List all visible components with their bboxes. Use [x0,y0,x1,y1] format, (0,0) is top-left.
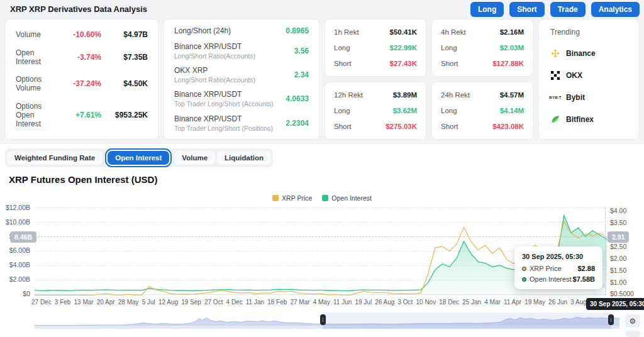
x-axis-tick: 19 May [525,299,545,306]
bitfinex-icon [550,114,560,124]
x-axis-tick: 19 Sep [181,299,201,306]
rekt-card-1h: 1h Rekt $50.41K Long $22.99K Short $27.4… [325,19,426,77]
rekt-period-label: 1h Rekt [334,28,359,36]
y-axis-right-tick: $2.50 [610,243,626,250]
legend-label: Open Interest [331,194,372,202]
rekt-total-value: $2.16M [500,28,524,36]
y-axis-left: $12.00B$10.00B$8.00B$6.00B$4.00B$2.00B$0 [0,204,30,297]
navigator-left-handle[interactable] [320,314,326,325]
legend-swatch [322,195,328,201]
ratio-longshort-24h: Long/Short (24h) 0.8965 [174,26,309,35]
legend-open-interest[interactable]: Open Interest [322,194,372,202]
navigator-right-handle[interactable] [608,314,614,325]
ratio-value: 2.2304 [286,119,309,128]
tab-open-interest[interactable]: Open Interest [108,151,169,165]
rekt-long-label: Long [334,44,350,52]
analytics-button[interactable]: Analytics [591,2,640,17]
tab-volume[interactable]: Volume [174,151,215,165]
ratio-sublabel: Top Trader Long/Short (Positions) [174,124,273,132]
chart-tabs: Weighted Funding RateOpen InterestVolume… [5,148,273,167]
y-axis-right: $4.00$3.50$3.00$2.50$2.00$1.50$1.00$0.50… [610,207,643,297]
stat-value: $7.35B [101,53,148,62]
trade-button[interactable]: Trade [550,2,586,17]
stat-open-interest: Open Interest -3.74% $7.35B [16,48,148,66]
stat-label: Options Volume [16,75,60,92]
rekt-short-label: Short [334,60,352,67]
x-axis-tick: 4 Dec [226,299,243,306]
ratio-okx-accounts: OKX XRP Long/Short Ratio(Accounts) 2.34 [174,66,309,84]
trending-title: Trending [550,28,627,36]
rekt-card-24h: 24h Rekt $4.57M Long $4.14M Short $423.0… [431,82,533,140]
trending-card: Trending Binance OKX BYBIT Bybit [538,19,639,140]
ratio-label: OKX XRP [174,66,255,75]
tab-weighted-funding-rate[interactable]: Weighted Funding Rate [7,151,103,165]
x-axis-tick: 25 Jan [462,299,481,306]
market-stats-card: Volume -10.60% $4.97B Open Interest -3.7… [5,19,158,140]
rekt-short-label: Short [334,123,352,130]
x-axis-tick: 3 Oct [397,299,413,306]
chart-tooltip: 30 Sep 2025, 05:30 XRP Price $2.88 Open … [514,246,602,289]
legend-label: XRP Price [282,194,312,202]
chart-navigator[interactable] [35,312,619,329]
stat-change: -37.24% [60,79,101,88]
tab-liquidation[interactable]: Liquidation [217,151,271,165]
stat-value: $4.97B [101,30,148,39]
xrp-derivatives-dashboard: XRP XRP Derivatives Data Analysis LongSh… [0,0,644,337]
legend-xrp-price[interactable]: XRP Price [272,194,312,202]
rekt-long-row: Long $2.03M [441,44,524,52]
stat-label: Options Open Interest [16,102,60,128]
stat-change: -3.74% [60,53,101,62]
tooltip-row: XRP Price $2.88 [522,265,595,272]
trending-binance[interactable]: Binance [550,48,627,58]
tooltip-time: 30 Sep 2025, 05:30 [522,253,595,260]
x-axis-tick: 4 May [313,299,330,306]
crosshair-left-badge: 8.46B [10,231,36,243]
binance-icon [550,48,560,58]
x-axis-tick: 26 Jun [548,299,567,306]
trending-item-name: OKX [566,71,582,80]
rekt-total-row: 12h Rekt $3.89M [334,91,417,99]
x-axis-date-tooltip: 30 Sep 2025, 05:30 [586,298,644,310]
y-axis-left-tick: $0 [23,290,30,297]
stat-change: +7.61% [60,111,101,119]
y-axis-left-tick: $2.00B [9,276,30,283]
rekt-long-label: Long [441,44,457,52]
crosshair-horizontal [35,236,607,237]
stat-value: $4.50K [101,79,148,88]
x-axis-tick: 19 Jul [355,299,372,306]
crosshair-right-badge: 2.91 [608,231,629,243]
x-axis-tick: 13 Mar [74,299,93,306]
x-axis-tick: 20 Apr [97,299,115,306]
rekt-total-row: 1h Rekt $50.41K [334,28,417,36]
rekt-short-row: Short $127.88K [441,60,524,67]
trending-item-name: Bybit [566,93,585,102]
rekt-cards-grid: 1h Rekt $50.41K Long $22.99K Short $27.4… [325,19,533,140]
legend-swatch [272,195,279,201]
y-axis-left-tick: $6.00B [9,247,30,254]
trending-item-name: Binance [566,49,596,58]
trending-okx[interactable]: OKX [550,70,627,80]
y-axis-right-tick: $3.50 [610,219,626,226]
rekt-card-12h: 12h Rekt $3.89M Long $3.62M Short $275.0… [325,82,426,140]
x-axis-tick: 27 Dec [31,299,52,306]
gear-icon[interactable]: ⚙ [625,314,640,328]
stat-label: Volume [16,30,60,39]
long-short-ratios-card: Long/Short (24h) 0.8965 Binance XRP/USDT… [164,19,319,140]
x-axis-tick: 10 Nov [416,299,436,306]
ratio-value: 0.8965 [286,26,309,35]
y-axis-left-tick: $10.00B [6,219,30,226]
rekt-total-value: $4.57M [500,91,524,99]
stat-options-volume: Options Volume -37.24% $4.50K [16,75,148,92]
short-button[interactable]: Short [509,2,544,17]
y-axis-right-tick: $2.00 [610,255,626,262]
tooltip-series-label: XRP Price [530,265,577,272]
x-axis-tick: 3 Aug [570,299,587,306]
trending-bitfinex[interactable]: Bitfinex [550,114,627,124]
ratio-labels: Binance XRP/USDT Top Trader Long/Short (… [174,90,274,108]
ratio-label: Long/Short (24h) [174,26,231,35]
rekt-long-value: $2.03M [500,44,524,52]
long-button[interactable]: Long [470,2,504,17]
rekt-long-row: Long $22.99K [334,44,417,52]
trending-bybit[interactable]: BYBIT Bybit [550,92,627,102]
page-title: XRP XRP Derivatives Data Analysis [10,4,147,14]
